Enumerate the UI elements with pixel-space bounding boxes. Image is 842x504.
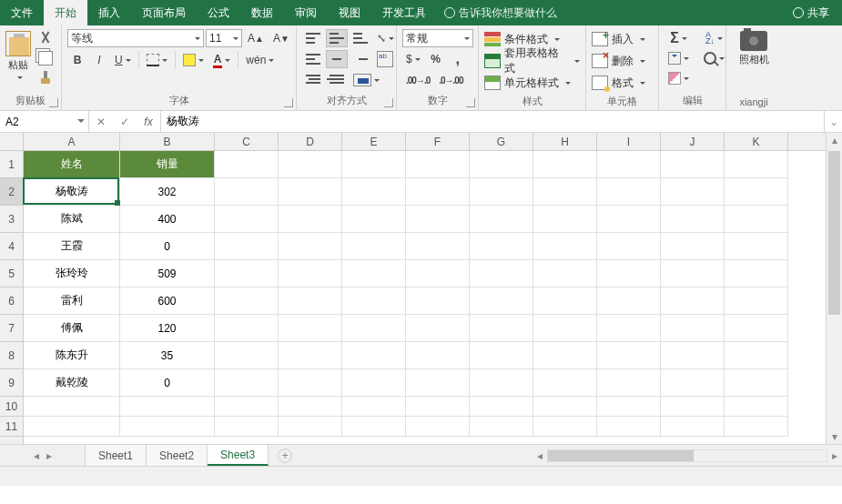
row-header-6[interactable]: 6 bbox=[0, 287, 23, 315]
cell[interactable] bbox=[215, 178, 279, 206]
fill-color-button[interactable] bbox=[179, 51, 208, 69]
cell[interactable] bbox=[597, 417, 661, 437]
cell[interactable] bbox=[342, 417, 406, 437]
cell[interactable] bbox=[725, 417, 788, 437]
cell[interactable] bbox=[597, 287, 661, 315]
cell[interactable] bbox=[661, 233, 725, 260]
cell[interactable] bbox=[279, 178, 342, 206]
cell[interactable] bbox=[406, 151, 470, 178]
cell[interactable] bbox=[661, 260, 725, 287]
row-header-7[interactable]: 7 bbox=[0, 315, 23, 342]
cell[interactable] bbox=[661, 206, 725, 233]
tab-formulas[interactable]: 公式 bbox=[197, 0, 240, 25]
cell[interactable] bbox=[279, 151, 342, 178]
cell-B5[interactable]: 509 bbox=[120, 260, 215, 287]
cell[interactable] bbox=[725, 287, 788, 315]
cell-styles-button[interactable]: 单元格样式 bbox=[484, 73, 580, 93]
cell[interactable] bbox=[597, 397, 661, 417]
cell[interactable] bbox=[725, 178, 788, 206]
cell[interactable] bbox=[533, 178, 597, 206]
formula-input[interactable]: 杨敬涛 bbox=[161, 111, 824, 132]
font-family-combo[interactable]: 等线 bbox=[67, 29, 204, 47]
cell-A9[interactable]: 戴乾陵 bbox=[24, 369, 120, 397]
col-header-J[interactable]: J bbox=[661, 133, 725, 150]
cell[interactable] bbox=[533, 417, 597, 437]
format-painter-button[interactable] bbox=[35, 69, 56, 87]
cell[interactable] bbox=[533, 315, 597, 342]
cell[interactable] bbox=[661, 315, 725, 342]
cell[interactable] bbox=[725, 206, 788, 233]
cell[interactable] bbox=[470, 206, 533, 233]
row-header-9[interactable]: 9 bbox=[0, 369, 23, 397]
insert-function-button[interactable]: fx bbox=[137, 116, 160, 128]
tab-page-layout[interactable]: 页面布局 bbox=[131, 0, 197, 25]
accounting-format-button[interactable]: $ bbox=[402, 50, 424, 68]
align-bottom-button[interactable] bbox=[350, 29, 371, 47]
align-top-button[interactable] bbox=[302, 29, 324, 47]
row-header-8[interactable]: 8 bbox=[0, 342, 23, 369]
sheet-tab-1[interactable]: Sheet1 bbox=[86, 445, 147, 466]
align-middle-button[interactable] bbox=[326, 29, 348, 47]
comma-button[interactable] bbox=[448, 50, 468, 68]
cell[interactable] bbox=[597, 342, 661, 369]
cell[interactable] bbox=[533, 260, 597, 287]
cell-B4[interactable]: 0 bbox=[120, 233, 215, 260]
cell[interactable] bbox=[661, 151, 725, 178]
tab-review[interactable]: 审阅 bbox=[284, 0, 328, 25]
cell[interactable] bbox=[215, 369, 279, 397]
cell[interactable] bbox=[597, 178, 661, 206]
row-headers[interactable]: 1 2 3 4 5 6 7 8 9 10 11 bbox=[0, 151, 24, 444]
cell-B7[interactable]: 120 bbox=[120, 315, 215, 342]
cell[interactable] bbox=[406, 397, 470, 417]
cell[interactable] bbox=[342, 151, 406, 178]
fill-button[interactable] bbox=[664, 49, 693, 67]
autosum-button[interactable] bbox=[664, 29, 693, 47]
cell[interactable] bbox=[406, 315, 470, 342]
col-header-B[interactable]: B bbox=[120, 133, 215, 150]
scrollbar-thumb[interactable] bbox=[548, 450, 694, 461]
row-header-5[interactable]: 5 bbox=[0, 260, 23, 287]
cell[interactable] bbox=[215, 151, 279, 178]
cell[interactable] bbox=[279, 206, 342, 233]
tab-view[interactable]: 视图 bbox=[328, 0, 371, 25]
font-color-button[interactable]: A bbox=[209, 51, 235, 69]
col-header-E[interactable]: E bbox=[342, 133, 406, 150]
enter-formula-button[interactable]: ✓ bbox=[113, 116, 137, 128]
cell[interactable] bbox=[406, 233, 470, 260]
cell[interactable] bbox=[470, 397, 533, 417]
cell[interactable] bbox=[279, 315, 342, 342]
cell[interactable] bbox=[470, 417, 533, 437]
cell-A6[interactable]: 雷利 bbox=[24, 287, 120, 315]
cell[interactable] bbox=[725, 397, 788, 417]
cell[interactable] bbox=[470, 151, 533, 178]
camera-button[interactable]: 照相机 bbox=[735, 29, 772, 66]
copy-button[interactable] bbox=[35, 49, 56, 67]
cell[interactable] bbox=[533, 397, 597, 417]
scrollbar-thumb[interactable] bbox=[828, 151, 840, 315]
vertical-scrollbar[interactable]: ▴ ▾ bbox=[826, 133, 842, 444]
cell[interactable] bbox=[279, 417, 342, 437]
cell[interactable] bbox=[215, 287, 279, 315]
cell[interactable] bbox=[342, 315, 406, 342]
cell[interactable] bbox=[725, 315, 788, 342]
cell[interactable] bbox=[342, 397, 406, 417]
format-cells-button[interactable]: 格式 bbox=[592, 73, 653, 93]
cell-B3[interactable]: 400 bbox=[120, 206, 215, 233]
share-button[interactable]: 共享 bbox=[780, 0, 842, 25]
sheet-tab-2[interactable]: Sheet2 bbox=[147, 445, 208, 466]
cell[interactable] bbox=[470, 260, 533, 287]
italic-button[interactable]: I bbox=[89, 51, 109, 69]
cell-A1[interactable]: 姓名 bbox=[24, 151, 120, 178]
cell[interactable] bbox=[342, 260, 406, 287]
row-header-1[interactable]: 1 bbox=[0, 151, 23, 178]
increase-decimal-button[interactable]: .00→.0 bbox=[402, 71, 433, 89]
cell[interactable] bbox=[406, 178, 470, 206]
cell[interactable] bbox=[342, 287, 406, 315]
cell[interactable] bbox=[279, 233, 342, 260]
cell[interactable] bbox=[342, 178, 406, 206]
sheet-nav-prev[interactable]: ◂ bbox=[34, 449, 39, 462]
cell[interactable] bbox=[406, 287, 470, 315]
cell[interactable] bbox=[215, 342, 279, 369]
cut-button[interactable] bbox=[35, 29, 56, 47]
col-header-D[interactable]: D bbox=[279, 133, 342, 150]
